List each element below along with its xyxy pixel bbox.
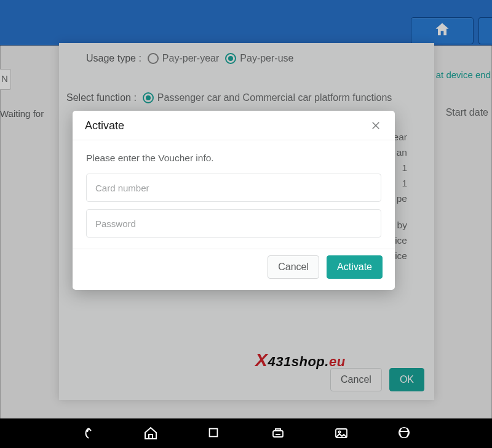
- modal-body: Please enter the Voucher info.: [73, 140, 395, 249]
- recents-icon[interactable]: [207, 426, 221, 441]
- svg-rect-0: [210, 429, 218, 437]
- browser-icon[interactable]: [397, 426, 412, 441]
- back-icon[interactable]: [80, 426, 95, 441]
- modal-cancel-button[interactable]: Cancel: [268, 255, 319, 279]
- modal-title: Activate: [85, 119, 124, 132]
- close-button[interactable]: [370, 120, 383, 132]
- modal-message: Please enter the Voucher info.: [86, 153, 381, 164]
- modal-actions: Cancel Activate: [73, 249, 395, 290]
- modal-activate-button[interactable]: Activate: [327, 255, 383, 279]
- password-input[interactable]: [86, 209, 381, 238]
- close-icon: [370, 122, 381, 133]
- screenshot-icon[interactable]: [334, 426, 349, 441]
- svg-rect-1: [273, 431, 283, 437]
- activate-modal: Activate Please enter the Voucher info. …: [73, 111, 395, 290]
- card-number-input[interactable]: [86, 174, 381, 202]
- vci-icon[interactable]: [271, 426, 285, 441]
- modal-header: Activate: [73, 111, 395, 140]
- svg-point-3: [338, 431, 340, 433]
- home-nav-icon[interactable]: [143, 426, 158, 441]
- android-navbar: [0, 418, 492, 448]
